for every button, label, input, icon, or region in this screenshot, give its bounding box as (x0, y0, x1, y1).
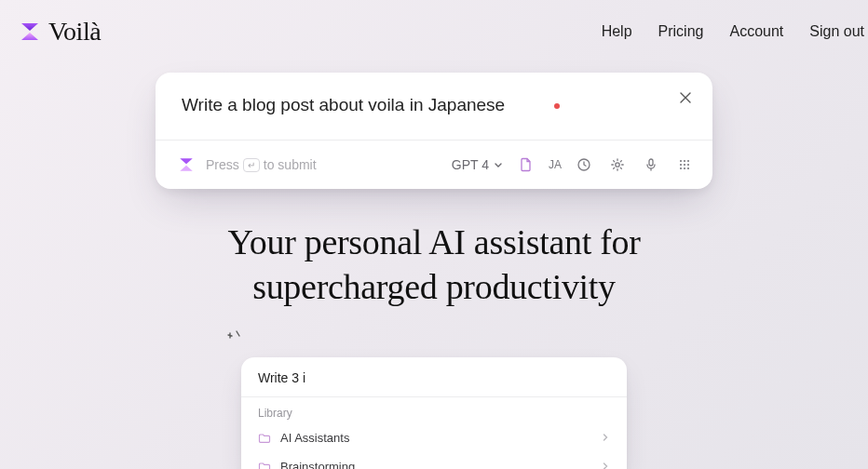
hero-line-2: supercharged productivity (252, 267, 616, 306)
brand-name: Voilà (48, 17, 101, 47)
library-item[interactable]: Brainstorming (241, 452, 627, 469)
gear-icon (610, 157, 625, 172)
prompt-text: Write a blog post about voila in Japanes… (182, 95, 505, 114)
document-button[interactable] (515, 154, 537, 176)
mic-button[interactable] (640, 154, 662, 176)
hint-suffix: to submit (264, 157, 317, 172)
svg-rect-2 (649, 159, 653, 166)
svg-point-11 (687, 168, 689, 169)
more-button[interactable] (673, 154, 696, 176)
enter-key-icon: ↵ (243, 158, 260, 172)
brand: Voilà (19, 17, 101, 47)
svg-point-9 (680, 168, 682, 169)
library-item-label: AI Assistants (280, 431, 349, 445)
svg-point-1 (616, 163, 619, 167)
svg-point-10 (684, 168, 685, 169)
brand-logo-icon (19, 20, 41, 43)
header: Voilà Help Pricing Account Sign out (0, 0, 868, 47)
recording-indicator-icon (554, 103, 560, 109)
model-selector[interactable]: GPT 4 (452, 157, 504, 172)
prompt-toolbar: Press ↵ to submit GPT 4 JA (156, 141, 712, 189)
close-icon (679, 91, 692, 104)
library-item-label: Brainstorming (280, 460, 355, 469)
hint-prefix: Press (206, 157, 239, 172)
voila-mini-icon (178, 156, 195, 173)
hero-line-1: Your personal AI assistant for (227, 222, 640, 261)
clock-icon (576, 157, 591, 172)
history-button[interactable] (573, 154, 595, 176)
nav-signout[interactable]: Sign out (809, 23, 864, 40)
svg-point-7 (684, 164, 685, 166)
svg-point-5 (687, 160, 689, 162)
document-icon (519, 157, 534, 172)
nav-pricing[interactable]: Pricing (658, 23, 704, 40)
folder-icon (258, 432, 271, 445)
prompt-card: Write a blog post about voila in Japanes… (156, 73, 712, 189)
language-button[interactable]: JA (549, 158, 562, 171)
submit-hint: Press ↵ to submit (206, 157, 317, 172)
close-button[interactable] (675, 87, 696, 108)
chevron-right-icon (601, 431, 610, 445)
prompt-input-area[interactable]: Write a blog post about voila in Japanes… (156, 73, 712, 140)
svg-point-4 (684, 160, 685, 162)
library-wrap: Write 3 i Library AI Assistants Brainsto… (241, 357, 627, 469)
grid-dots-icon (677, 157, 692, 172)
svg-point-8 (687, 164, 689, 166)
svg-point-6 (680, 164, 682, 166)
library-section-label: Library (241, 397, 627, 423)
sparkle-icon (224, 329, 245, 354)
library-card: Write 3 i Library AI Assistants Brainsto… (241, 357, 627, 469)
settings-button[interactable] (606, 154, 629, 176)
hero-title: Your personal AI assistant for superchar… (155, 221, 713, 309)
chevron-down-icon (493, 159, 504, 170)
microphone-icon (644, 157, 658, 172)
chevron-right-icon (601, 460, 610, 469)
nav-account[interactable]: Account (729, 23, 783, 40)
nav-help[interactable]: Help (602, 23, 632, 40)
model-label: GPT 4 (452, 157, 489, 172)
svg-point-3 (680, 160, 682, 162)
library-item[interactable]: AI Assistants (241, 423, 627, 452)
library-input[interactable]: Write 3 i (241, 357, 627, 396)
folder-icon (258, 461, 271, 470)
top-nav: Help Pricing Account Sign out (602, 23, 864, 40)
